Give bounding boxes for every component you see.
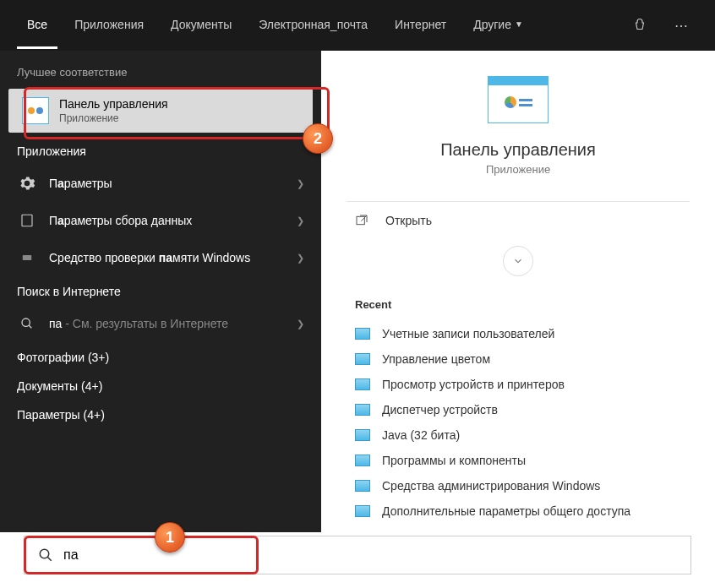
chevron-right-icon: ❯	[297, 318, 304, 329]
recent-item[interactable]: Просмотр устройств и принтеров	[321, 372, 715, 397]
recent-item[interactable]: Программы и компоненты	[321, 448, 715, 473]
preview-panel: Панель управления Приложение Открыть Rec…	[321, 51, 715, 532]
recent-item[interactable]: Java (32 бита)	[321, 422, 715, 448]
web-search-item[interactable]: па - См. результаты в Интернете ❯	[0, 305, 321, 342]
cpl-icon	[355, 378, 370, 390]
recent-item[interactable]: Диспетчер устройств	[321, 397, 715, 422]
chevron-down-icon: ▼	[515, 19, 523, 29]
chip-icon	[17, 248, 37, 268]
tab-apps[interactable]: Приложения	[64, 3, 154, 49]
recent-item[interactable]: Управление цветом	[321, 346, 715, 372]
annotation-badge-2: 2	[303, 123, 333, 154]
chevron-right-icon: ❯	[297, 253, 304, 264]
preview-subtitle: Приложение	[321, 163, 715, 176]
svg-rect-1	[23, 255, 32, 260]
annotation-highlight-1	[24, 536, 259, 574]
annotation-badge-1: 1	[155, 522, 185, 553]
cpl-icon	[355, 353, 370, 365]
preview-title: Панель управления	[321, 140, 715, 160]
app-item-data-collection[interactable]: Параметры сбора данных ❯	[0, 202, 321, 239]
cpl-icon	[355, 404, 370, 416]
photos-link[interactable]: Фотографии (3+)	[0, 342, 321, 371]
tab-all[interactable]: Все	[17, 3, 57, 49]
search-icon	[17, 313, 37, 334]
tab-internet[interactable]: Интернет	[385, 3, 456, 49]
control-panel-large-icon	[488, 76, 549, 123]
recent-item[interactable]: Учетные записи пользователей	[321, 321, 715, 346]
documents-link[interactable]: Документы (4+)	[0, 371, 321, 400]
chevron-right-icon: ❯	[297, 215, 304, 226]
annotation-highlight-2	[24, 87, 330, 139]
svg-rect-0	[22, 215, 32, 226]
chevron-right-icon: ❯	[297, 178, 304, 189]
tab-documents[interactable]: Документы	[161, 3, 242, 49]
tab-email[interactable]: Электронная_почта	[248, 3, 378, 49]
expand-button[interactable]	[503, 246, 533, 276]
web-section-label: Поиск в Интернете	[0, 276, 321, 305]
recent-item[interactable]: Средства администрирования Windows	[321, 473, 715, 498]
gear-icon	[17, 173, 37, 193]
cpl-icon	[355, 505, 370, 517]
open-action[interactable]: Открыть	[321, 202, 715, 239]
params-link[interactable]: Параметры (4+)	[0, 400, 321, 428]
document-icon	[17, 210, 37, 231]
recent-item[interactable]: Дополнительные параметры общего доступа	[321, 498, 715, 524]
recent-label: Recent	[321, 293, 715, 321]
svg-rect-4	[357, 216, 364, 224]
svg-line-3	[29, 325, 31, 328]
app-item-settings[interactable]: Параметры ❯	[0, 165, 321, 202]
apps-section-label: Приложения	[0, 136, 321, 165]
tab-more[interactable]: Другие ▼	[463, 3, 533, 49]
open-icon	[355, 214, 372, 227]
cpl-icon	[355, 455, 370, 466]
feedback-icon[interactable]	[622, 18, 658, 33]
cpl-icon	[355, 480, 370, 492]
cpl-icon	[355, 429, 370, 441]
app-item-memory-diag[interactable]: Средство проверки памяти Windows ❯	[0, 239, 321, 276]
more-icon[interactable]: ⋯	[664, 18, 698, 34]
header-tabs: Все Приложения Документы Электронная_поч…	[0, 0, 715, 51]
svg-point-2	[22, 318, 30, 326]
best-match-label: Лучшее соответствие	[0, 57, 321, 85]
cpl-icon	[355, 328, 370, 340]
